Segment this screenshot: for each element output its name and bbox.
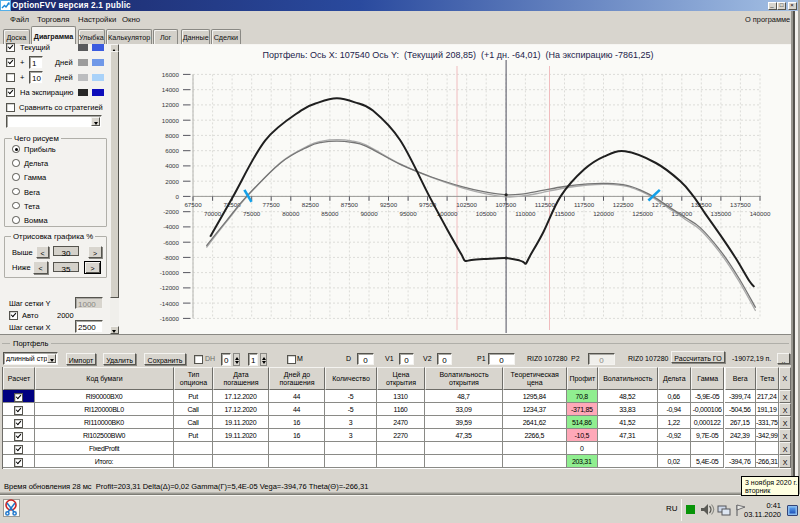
svg-text:-6000: -6000	[163, 239, 179, 246]
svg-text:0: 0	[176, 193, 180, 200]
svg-text:140000: 140000	[750, 210, 771, 217]
svg-text:-12000: -12000	[160, 284, 180, 291]
svg-text:107500: 107500	[495, 201, 516, 208]
svg-text:122500: 122500	[613, 201, 634, 208]
svg-text:125000: 125000	[632, 210, 653, 217]
svg-text:-2000: -2000	[163, 208, 179, 215]
svg-text:12000: 12000	[162, 101, 180, 108]
svg-text:102500: 102500	[456, 201, 477, 208]
svg-text:120000: 120000	[593, 210, 614, 217]
svg-text:110000: 110000	[515, 210, 536, 217]
svg-text:-14000: -14000	[160, 300, 180, 307]
svg-text:-16000: -16000	[160, 315, 180, 322]
svg-text:95000: 95000	[399, 210, 417, 217]
svg-text:8000: 8000	[165, 132, 179, 139]
svg-text:105000: 105000	[476, 210, 497, 217]
svg-text:-10000: -10000	[160, 269, 180, 276]
svg-text:87500: 87500	[341, 201, 359, 208]
svg-text:85000: 85000	[321, 210, 339, 217]
svg-text:82500: 82500	[302, 201, 320, 208]
svg-text:2000: 2000	[165, 178, 179, 185]
svg-text:-8000: -8000	[163, 254, 179, 261]
svg-text:70000: 70000	[204, 210, 222, 217]
svg-text:117500: 117500	[574, 201, 595, 208]
svg-text:10000: 10000	[162, 117, 180, 124]
svg-text:90000: 90000	[360, 210, 378, 217]
svg-text:-4000: -4000	[163, 223, 179, 230]
svg-text:6000: 6000	[165, 147, 179, 154]
svg-text:Портфель: Ось X: 107540 Ось Y:: Портфель: Ось X: 107540 Ось Y: (Текущий …	[263, 50, 654, 60]
svg-text:14000: 14000	[162, 86, 180, 93]
svg-text:92500: 92500	[380, 201, 398, 208]
svg-text:112500: 112500	[535, 201, 556, 208]
svg-text:67500: 67500	[184, 201, 202, 208]
svg-text:135000: 135000	[711, 210, 732, 217]
svg-text:137500: 137500	[730, 201, 751, 208]
svg-text:16000: 16000	[162, 71, 180, 78]
svg-text:115000: 115000	[554, 210, 575, 217]
svg-text:77500: 77500	[263, 201, 281, 208]
svg-text:4000: 4000	[165, 162, 179, 169]
svg-text:75000: 75000	[243, 210, 261, 217]
svg-text:80000: 80000	[282, 210, 300, 217]
